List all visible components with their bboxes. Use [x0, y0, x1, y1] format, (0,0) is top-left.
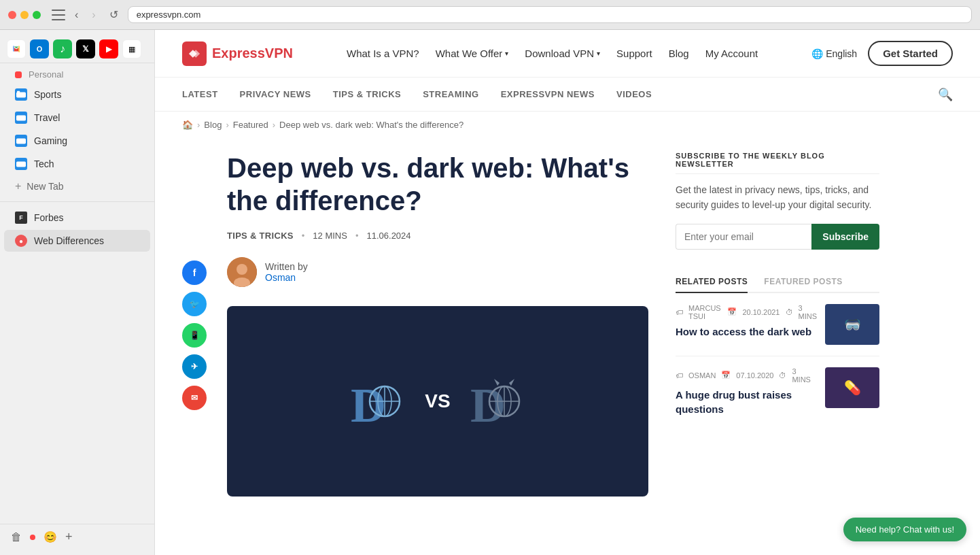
newsletter-section: SUBSCRIBE TO THE WEEKLY BLOG NEWSLETTER …: [676, 152, 879, 250]
language-selector[interactable]: 🌐 English: [811, 48, 857, 59]
tech-folder-icon: [15, 158, 27, 170]
article-sidebar: SUBSCRIBE TO THE WEEKLY BLOG NEWSLETTER …: [676, 152, 879, 497]
related-post-meta-1: 🏷 MARCUS TSUI 📅 20.10.2021 ⏱ 3 MINS: [676, 304, 817, 320]
nav-my-account[interactable]: My Account: [705, 48, 758, 59]
blog-nav-privacy-news[interactable]: PRIVACY NEWS: [240, 89, 311, 99]
traffic-light-red[interactable]: [8, 11, 16, 19]
address-bar[interactable]: [128, 6, 972, 23]
nav-what-we-offer[interactable]: What We Offer ▾: [436, 48, 509, 59]
newsletter-title: SUBSCRIBE TO THE WEEKLY BLOG NEWSLETTER: [676, 152, 879, 168]
dark-web-icon: D: [467, 371, 528, 432]
bookmark-spotify[interactable]: ♪: [53, 39, 72, 58]
bookmark-youtube[interactable]: ▶: [99, 39, 118, 58]
sidebar-item-gaming[interactable]: Gaming: [4, 130, 150, 152]
sidebar-item-personal[interactable]: Personal: [4, 67, 150, 82]
subscribe-button[interactable]: Subscribe: [811, 224, 879, 250]
trash-icon[interactable]: 🗑: [11, 531, 22, 543]
breadcrumb-featured[interactable]: Featured: [233, 120, 268, 130]
nav-what-is-vpn[interactable]: What Is a VPN?: [347, 48, 419, 59]
related-posts-tab[interactable]: RELATED POSTS: [676, 271, 748, 293]
related-post-info-2: 🏷 OSMAN 📅 07.10.2020 ⏱ 3 MINS A huge dru…: [676, 367, 817, 416]
search-button[interactable]: 🔍: [938, 87, 953, 102]
site-logo: ExpressVPN: [182, 41, 293, 66]
article-main: Deep web vs. dark web: What's the differ…: [227, 152, 648, 497]
sidebar-toggle-btn[interactable]: [52, 10, 65, 20]
related-post-title-2[interactable]: A huge drug bust raises questions: [676, 388, 817, 416]
sidebar-divider: [0, 201, 154, 202]
expressvpn-logo-icon: [182, 41, 207, 66]
author-info: Written by Osman: [265, 261, 308, 283]
bookmark-bar: O ♪ 𝕏 ▶ ▦: [0, 35, 154, 63]
article-hero-image: D VS: [227, 306, 648, 497]
get-started-button[interactable]: Get Started: [868, 41, 953, 66]
blog-nav-videos[interactable]: VIDEOS: [616, 89, 652, 99]
article-layout: f 🐦 📱 ✈ ✉ Deep web vs. dark web: What's …: [155, 138, 980, 524]
webdiff-icon: ●: [15, 235, 27, 247]
nav-blog[interactable]: Blog: [669, 48, 689, 59]
date-2: 07.10.2020: [736, 371, 773, 380]
article-title: Deep web vs. dark web: What's the differ…: [227, 152, 648, 217]
email-input[interactable]: [676, 224, 811, 250]
traffic-light-green[interactable]: [33, 11, 41, 19]
bookmark-gmail[interactable]: [7, 39, 26, 58]
author-avatar: [227, 257, 257, 287]
whatsapp-share-btn[interactable]: 📱: [182, 323, 207, 348]
related-post-title-1[interactable]: How to access the dark web: [676, 324, 817, 339]
sidebar-item-forbes[interactable]: F Forbes: [4, 207, 150, 229]
related-post-info-1: 🏷 MARCUS TSUI 📅 20.10.2021 ⏱ 3 MINS How …: [676, 304, 817, 345]
blog-nav-latest[interactable]: LATEST: [182, 89, 218, 99]
blog-nav-expressvpn-news[interactable]: EXPRESSVPN NEWS: [501, 89, 595, 99]
telegram-share-btn[interactable]: ✈: [182, 354, 207, 379]
browser-shell: ‹ › ↺ O ♪ 𝕏 ▶ ▦ Personal: [0, 0, 980, 555]
breadcrumb-current: Deep web vs. dark web: What's the differ…: [279, 120, 463, 130]
facebook-share-btn[interactable]: f: [182, 260, 207, 285]
featured-posts-tab[interactable]: FEATURED POSTS: [764, 271, 842, 293]
traffic-light-yellow[interactable]: [20, 11, 29, 19]
sports-folder-icon: [15, 88, 27, 101]
date-1: 20.10.2021: [742, 308, 780, 316]
forward-btn[interactable]: ›: [88, 6, 99, 24]
blog-nav-tips-tricks[interactable]: TIPS & TRICKS: [333, 89, 401, 99]
breadcrumb-blog[interactable]: Blog: [204, 120, 222, 130]
nav-download-vpn[interactable]: Download VPN ▾: [525, 48, 600, 59]
reload-btn[interactable]: ↺: [105, 5, 122, 24]
browser-titlebar: ‹ › ↺: [0, 0, 980, 30]
deep-web-icon: D: [347, 371, 408, 432]
email-share-btn[interactable]: ✉: [182, 386, 207, 410]
gaming-folder-icon: [15, 135, 27, 147]
breadcrumb-home[interactable]: 🏠: [182, 120, 193, 130]
add-icon[interactable]: +: [65, 530, 73, 544]
related-post-thumb-2[interactable]: 💊: [825, 367, 879, 408]
clock-icon-2: ⏱: [779, 371, 786, 380]
sidebar-item-tech[interactable]: Tech: [4, 153, 150, 175]
vs-label: VS: [425, 390, 450, 412]
sidebar-item-webdiff[interactable]: ● Web Differences: [4, 230, 150, 252]
chat-bubble[interactable]: Need help? Chat with us!: [843, 518, 966, 541]
bookmark-twitter[interactable]: 𝕏: [76, 39, 95, 58]
bookmark-outlook[interactable]: O: [30, 39, 49, 58]
notification-dot: [30, 535, 35, 540]
written-by-label: Written by: [265, 261, 308, 272]
twitter-share-btn[interactable]: 🐦: [182, 292, 207, 316]
browser-body: O ♪ 𝕏 ▶ ▦ Personal Sports Travel: [0, 30, 980, 555]
sidebar-item-sports[interactable]: Sports: [4, 84, 150, 105]
article-category: TIPS & TRICKS: [227, 231, 294, 241]
sidebar-item-travel[interactable]: Travel: [4, 107, 150, 129]
blog-nav-streaming[interactable]: STREAMING: [423, 89, 479, 99]
tag-icon-1: 🏷: [676, 308, 683, 316]
smiley-icon[interactable]: 😊: [43, 531, 57, 543]
author-row: Written by Osman: [227, 257, 648, 287]
blog-nav-links: LATEST PRIVACY NEWS TIPS & TRICKS STREAM…: [182, 89, 652, 99]
nav-support[interactable]: Support: [616, 48, 652, 59]
breadcrumb-sep-1: ›: [197, 120, 200, 130]
add-tab-label: New Tab: [27, 181, 63, 192]
readtime-2: 3 MINS: [792, 367, 817, 384]
add-tab-btn[interactable]: + New Tab: [4, 176, 150, 197]
site-nav: ExpressVPN What Is a VPN? What We Offer …: [155, 30, 980, 78]
author-name-link[interactable]: Osman: [265, 272, 296, 283]
back-btn[interactable]: ‹: [71, 6, 82, 24]
social-share-sidebar: f 🐦 📱 ✈ ✉: [182, 260, 207, 497]
article-read-time: 12 MINS: [313, 231, 347, 241]
related-post-thumb-1[interactable]: 🥽: [825, 304, 879, 345]
bookmark-gcal[interactable]: ▦: [122, 39, 141, 58]
